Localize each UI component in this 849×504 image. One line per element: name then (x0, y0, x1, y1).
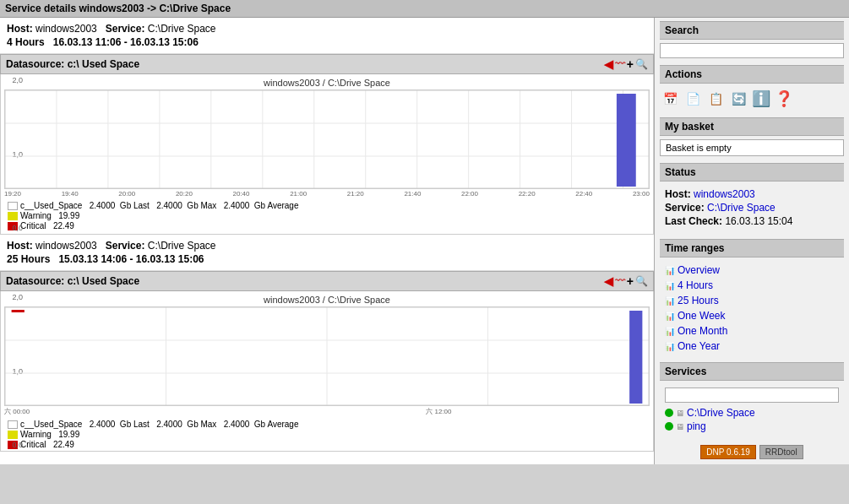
chart-block-2: Datasource: c:\ Used Space ◀ 〰 + 🔍 windo… (0, 271, 654, 452)
tr-icon-overview: 📊 (665, 266, 675, 275)
basket-title: My basket (660, 117, 844, 136)
services-title: Services (660, 362, 844, 381)
svg-rect-14 (5, 90, 649, 188)
bottom-buttons: DNP 0.6.19 RRDtool (655, 440, 849, 464)
status-lastcheck-row: Last Check: 16.03.13 15:04 (665, 215, 839, 227)
tr-item-week: 📊 One Week (665, 308, 839, 323)
chart2-search-icon[interactable]: 🔍 (635, 275, 648, 287)
chart-block-1: Datasource: c:\ Used Space ◀ 〰 + 🔍 windo… (0, 54, 654, 235)
actions-icons: 📅 📄 📋 🔄 ℹ️ ❓ (660, 87, 844, 111)
time-ranges-list: 📊 Overview 📊 4 Hours 📊 25 Hours 📊 One We… (660, 261, 844, 355)
service-item-ping: 🖥 ping (665, 420, 839, 433)
time-range-label-2: 25 Hours (7, 253, 50, 265)
service-label-1: Service: (106, 23, 145, 35)
tr-link-week[interactable]: One Week (678, 309, 725, 322)
tr-link-overview[interactable]: Overview (678, 263, 720, 277)
chart-container-2: windows2003 / C:\Drive Space 2,0 1,0 0,0 (0, 291, 654, 452)
status-section: Status Host: windows2003 Service: C:\Dri… (655, 160, 849, 236)
chart2-legend: c__Used_Space 2.4000 Gb Last 2.4000 Gb M… (8, 420, 650, 449)
host-service-line-2: Host: windows2003 Service: C:\Drive Spac… (7, 240, 647, 252)
chart1-header-icons: ◀ 〰 + 🔍 (604, 57, 648, 71)
dnp-button[interactable]: DNP 0.6.19 (700, 445, 756, 459)
service-link-ping[interactable]: ping (687, 420, 706, 432)
services-section: Services 🖥 C:\Drive Space 🖥 ping (655, 359, 849, 440)
host-info-2: Host: windows2003 Service: C:\Drive Spac… (0, 235, 654, 271)
services-content: 🖥 C:\Drive Space 🖥 ping (660, 384, 844, 436)
host-info-1: Host: windows2003 Service: C:\Drive Spac… (0, 18, 654, 54)
title-bar: Service details windows2003 -> C:\Drive … (0, 0, 849, 18)
status-title: Status (660, 163, 844, 182)
tr-icon-month: 📊 (665, 327, 675, 336)
chart2-plus-icon[interactable]: + (627, 274, 634, 288)
tr-link-month[interactable]: One Month (678, 324, 727, 338)
chart1-plus-icon[interactable]: + (627, 57, 634, 71)
datasource-label-1: Datasource: c:\ Used Space (6, 58, 139, 70)
action-help-icon[interactable]: ❓ (774, 89, 794, 109)
chart1-svg (4, 89, 650, 189)
time-ranges-section: Time ranges 📊 Overview 📊 4 Hours 📊 25 Ho… (655, 236, 849, 359)
host-label-2: Host: (7, 240, 33, 252)
service-icon-ping: 🖥 (676, 422, 684, 431)
tr-icon-25h: 📊 (665, 296, 675, 306)
datasource-header-2: Datasource: c:\ Used Space ◀ 〰 + 🔍 (0, 271, 654, 291)
rrd-button[interactable]: RRDtool (759, 445, 803, 459)
service-status-dot-drive (665, 409, 673, 417)
action-info-icon[interactable]: ℹ️ (751, 89, 771, 109)
time-ranges-title: Time ranges (660, 239, 844, 257)
search-section: Search (655, 18, 849, 62)
chart2-header-icons: ◀ 〰 + 🔍 (604, 274, 648, 288)
actions-title: Actions (660, 65, 844, 84)
chart2-title: windows2003 / C:\Drive Space (4, 295, 650, 305)
tr-link-4h[interactable]: 4 Hours (678, 279, 713, 292)
chart2-wave-icon: 〰 (615, 275, 625, 287)
status-lastcheck-value: 16.03.13 15:04 (725, 215, 792, 227)
time-range-value-1: 16.03.13 11:06 - 16.03.13 15:06 (53, 36, 199, 48)
tr-link-year[interactable]: One Year (678, 339, 720, 353)
action-calendar-icon[interactable]: 📅 (660, 89, 680, 109)
tr-item-4h: 📊 4 Hours (665, 278, 839, 293)
services-search-input[interactable] (665, 387, 839, 403)
tr-link-25h[interactable]: 25 Hours (678, 294, 719, 307)
chart2-rewind-icon[interactable]: ◀ (604, 274, 613, 288)
left-panel: Host: windows2003 Service: C:\Drive Spac… (0, 18, 655, 464)
chart1-x-axis: 19:20 19:40 20:00 20:20 20:40 21:00 21:2… (4, 190, 650, 198)
host-value-2: windows2003 (35, 240, 97, 252)
svg-rect-22 (629, 311, 642, 404)
service-label-2: Service: (106, 240, 145, 252)
service-item-drive: 🖥 C:\Drive Space (665, 406, 839, 420)
chart-container-1: windows2003 / C:\Drive Space 2,0 1,0 0,0 (0, 74, 654, 235)
action-pdf-icon[interactable]: 📄 (683, 89, 703, 109)
datasource-label-2: Datasource: c:\ Used Space (6, 275, 139, 287)
legend-item-1: c__Used_Space 2.4000 Gb Last 2.4000 Gb M… (8, 201, 650, 210)
host-label-1: Host: (7, 23, 33, 35)
service-value-2: C:\Drive Space (148, 240, 216, 252)
chart1-legend: c__Used_Space 2.4000 Gb Last 2.4000 Gb M… (8, 201, 650, 230)
status-host-label: Host: (665, 188, 691, 200)
legend2-item-2: Warning 19.99 (8, 430, 650, 439)
search-input[interactable] (660, 43, 844, 58)
action-page-icon[interactable]: 📋 (705, 89, 726, 109)
chart1-title: windows2003 / C:\Drive Space (4, 78, 650, 88)
status-service-link[interactable]: C:\Drive Space (707, 202, 776, 214)
tr-icon-year: 📊 (665, 342, 675, 351)
status-host-row: Host: windows2003 (665, 188, 839, 200)
window-title: Service details windows2003 -> C:\Drive … (5, 3, 231, 14)
legend2-item-3: Critical 22.49 (8, 440, 650, 449)
tr-item-year: 📊 One Year (665, 339, 839, 354)
right-panel: Search Actions 📅 📄 📋 🔄 ℹ️ ❓ My basket Ba… (655, 18, 849, 464)
chart1-footer: Default Template Command check_nt (4, 231, 650, 235)
chart1-search-icon[interactable]: 🔍 (635, 58, 648, 70)
status-host-link[interactable]: windows2003 (694, 188, 755, 200)
chart1-footer-line1: Default Template (8, 233, 646, 235)
tr-icon-week: 📊 (665, 312, 675, 321)
chart1-rewind-icon[interactable]: ◀ (604, 57, 613, 71)
action-refresh-icon[interactable]: 🔄 (728, 89, 748, 109)
time-range-2: 25 Hours 15.03.13 14:06 - 16.03.13 15:06 (7, 253, 647, 265)
tr-icon-4h: 📊 (665, 281, 675, 290)
chart2-x-axis: 六 00:00 六 12:00 (4, 407, 650, 416)
time-range-1: 4 Hours 16.03.13 11:06 - 16.03.13 15:06 (7, 36, 647, 48)
status-service-label: Service: (665, 202, 705, 214)
basket-text: Basket is empty (660, 139, 844, 156)
service-link-drive[interactable]: C:\Drive Space (687, 407, 755, 419)
host-service-line-1: Host: windows2003 Service: C:\Drive Spac… (7, 23, 647, 35)
